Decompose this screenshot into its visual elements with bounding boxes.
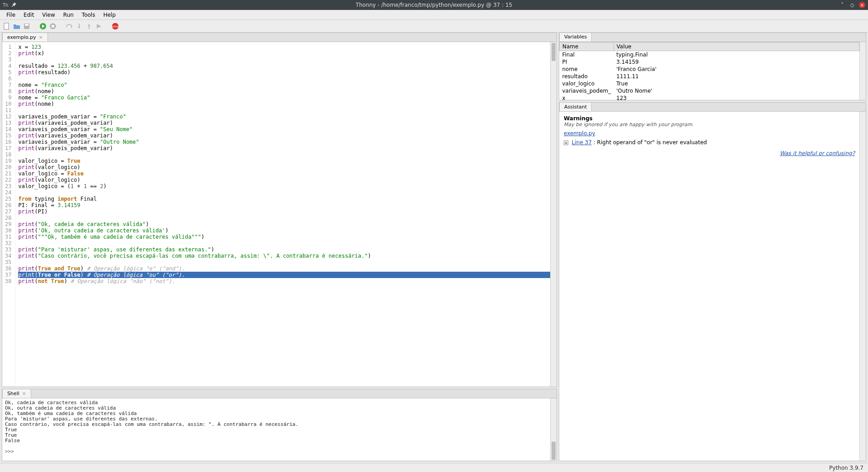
statusbar: Python 3.9.7 [0,463,868,472]
run-icon[interactable] [39,22,47,30]
close-tab-icon[interactable]: × [39,34,43,40]
open-file-icon[interactable] [13,22,21,30]
variables-tab[interactable]: Variables [559,33,592,42]
menu-file[interactable]: File [3,11,19,19]
shell-tab-label: Shell [7,391,19,396]
assistant-feedback-link[interactable]: Was it helpful or confusing? [780,150,855,156]
vars-col-name[interactable]: Name [560,42,614,51]
code-line[interactable]: valor_logico = (1 + 1 == 2) [18,183,557,189]
shell-tab[interactable]: Shell × [2,389,31,398]
shell-output[interactable]: Ok, cadeia de caracteres válida Ok, outr… [2,398,557,456]
assistant-line-link[interactable]: Line 37 [572,139,592,146]
menubar: FileEditViewRunToolsHelp [0,10,868,20]
code-line[interactable]: print("""Ok, também é uma cadeia de cara… [18,234,557,240]
resume-icon[interactable] [95,22,103,30]
editor-scrollbar[interactable] [550,42,557,387]
variables-tab-label: Variables [564,34,587,40]
table-row[interactable]: variaveis_podem_'Outro Nome' [560,87,859,94]
pin-icon[interactable] [11,2,17,8]
variables-scrollbar[interactable] [859,42,866,100]
assistant-tab[interactable]: Assistant [559,102,592,111]
code-line[interactable]: print(nome) [18,88,557,94]
code-line[interactable] [18,189,557,196]
code-line[interactable]: x = 123 [18,44,557,50]
code-line[interactable]: print(x) [18,50,557,57]
svg-rect-0 [4,23,9,29]
code-line[interactable]: print(variaveis_podem_variar) [18,120,557,126]
code-line[interactable] [18,215,557,221]
code-editor[interactable]: 1234567891011121314151617181920212223242… [2,42,557,387]
assistant-warn-heading: Warnings [564,115,855,122]
menu-run[interactable]: Run [60,11,77,19]
table-row[interactable]: nome'Franco Garcia' [560,66,859,73]
code-line[interactable]: print(variaveis_podem_variar) [18,145,557,151]
shell-prompt[interactable]: >>> [5,448,17,454]
code-line[interactable]: print(valor_logico) [18,164,557,170]
step-over-icon[interactable] [65,22,73,30]
code-line[interactable]: print("Ok, cadeia de caracteres válida") [18,221,557,227]
debug-icon[interactable] [49,22,57,30]
assistant-tab-label: Assistant [564,104,587,110]
editor-panel: exemplo.py × 123456789101112131415161718… [2,33,557,387]
table-row[interactable]: x123 [560,94,859,100]
code-line[interactable]: print(not True) # Operação lógica "não" … [18,278,557,284]
code-line[interactable]: print("Para 'misturar' aspas, use difere… [18,246,557,253]
stop-icon[interactable]: STOP [111,22,119,30]
window-titlebar: Th Thonny - /home/franco/tmp/python/exem… [0,0,868,10]
code-line[interactable]: variaveis_podem_variar = "Franco" [18,113,557,120]
variables-table: Name Value Finaltyping.FinalPI3.14159nom… [559,42,859,100]
new-file-icon[interactable] [3,22,11,30]
svg-text:STOP: STOP [112,25,119,28]
code-line[interactable]: nome = "Franco Garcia" [18,94,557,101]
code-line[interactable]: print(variaveis_podem_variar) [18,132,557,139]
vars-col-value[interactable]: Value [613,42,859,51]
close-icon[interactable]: ✕ [859,2,865,8]
code-line[interactable]: print(nome) [18,101,557,107]
window-title: Thonny - /home/franco/tmp/python/exemplo… [356,2,512,8]
assistant-file-link[interactable]: exemplo.py [564,130,595,137]
code-line[interactable]: nome = "Franco" [18,82,557,88]
code-line[interactable]: valor_logico = False [18,170,557,177]
expand-icon[interactable]: + [564,141,568,145]
code-line[interactable]: valor_logico = True [18,158,557,164]
save-file-icon[interactable] [23,22,31,30]
code-line[interactable]: print('Ok, outra cadeia de caracteres vá… [18,227,557,234]
code-line[interactable]: resultado = 123.456 + 987.654 [18,63,557,69]
code-line[interactable] [18,259,557,265]
code-line[interactable]: variaveis_podem_variar = "Seu Nome" [18,126,557,132]
menu-view[interactable]: View [38,11,58,19]
close-shell-tab-icon[interactable]: × [22,391,26,396]
code-line[interactable] [18,57,557,63]
step-out-icon[interactable] [85,22,93,30]
code-line[interactable] [18,76,557,82]
code-line[interactable] [18,240,557,246]
shell-scrollbar[interactable] [550,398,557,461]
code-line[interactable]: PI: Final = 3.14159 [18,202,557,208]
minimize-icon[interactable]: ˅ [839,2,845,8]
code-line[interactable]: print(valor_logico) [18,177,557,183]
code-line[interactable]: print(True and True) # Operação lógica "… [18,265,557,272]
code-line[interactable] [18,151,557,158]
variables-panel: Variables Name Value Finaltyping.FinalPI… [559,33,866,100]
status-python-version[interactable]: Python 3.9.7 [829,465,863,471]
code-line[interactable]: print("Caso contrário, você precisa esca… [18,253,557,259]
table-row[interactable]: valor_logicoTrue [560,80,859,87]
code-line[interactable] [18,107,557,113]
code-line[interactable]: print(True or False) # Operação lógica "… [18,272,557,278]
maximize-icon[interactable]: ◇ [849,2,855,8]
step-into-icon[interactable] [75,22,83,30]
table-row[interactable]: PI3.14159 [560,58,859,66]
menu-help[interactable]: Help [99,11,119,19]
code-line[interactable]: print(resultado) [18,69,557,76]
code-line[interactable]: from typing import Final [18,196,557,202]
assistant-warn-sub: May be ignored if you are happy with you… [564,122,855,127]
app-icon: Th [3,3,8,8]
table-row[interactable]: Finaltyping.Final [560,51,859,58]
assistant-scrollbar[interactable] [859,112,866,461]
code-line[interactable]: print(PI) [18,208,557,215]
code-line[interactable]: variaveis_podem_variar = "Outro Nome" [18,139,557,145]
menu-edit[interactable]: Edit [20,11,38,19]
editor-tab[interactable]: exemplo.py × [2,33,48,42]
table-row[interactable]: resultado1111.11 [560,73,859,80]
menu-tools[interactable]: Tools [78,11,99,19]
